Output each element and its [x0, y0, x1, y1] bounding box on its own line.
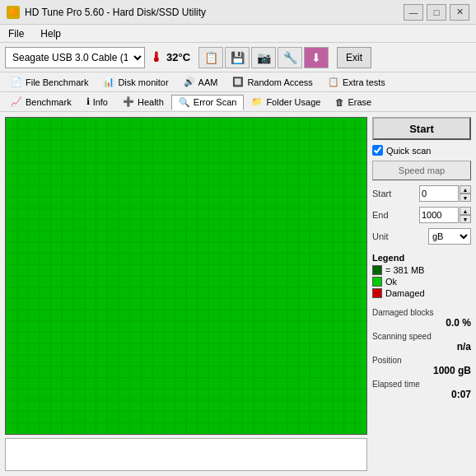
unit-row: Unit gB MB sector: [372, 228, 471, 245]
end-spin-down[interactable]: ▼: [460, 215, 471, 223]
start-param-row: Start ▲ ▼: [372, 185, 471, 202]
speed-map-button[interactable]: Speed map: [372, 161, 471, 180]
tab-row-2: 📈 Benchmark ℹ Info ➕ Health 🔍 Error Scan…: [0, 92, 476, 112]
position-value: 1000 gB: [372, 365, 471, 376]
error-scan-icon: 🔍: [179, 97, 190, 108]
folder-usage-icon: 📁: [251, 96, 263, 107]
toolbar-icon-4[interactable]: 🔧: [278, 47, 302, 68]
unit-label: Unit: [372, 231, 389, 241]
close-button[interactable]: ✕: [450, 4, 469, 21]
tab-benchmark[interactable]: 📈 Benchmark: [3, 94, 79, 110]
tab-disk-monitor[interactable]: 📊 Disk monitor: [96, 74, 175, 90]
app-icon: 🔶: [7, 6, 20, 19]
tab-info[interactable]: ℹ Info: [79, 94, 115, 110]
toolbar: Seagate USB 3.0 Cable (1000 gB) 🌡 32°C 📋…: [0, 43, 476, 72]
quick-scan-row: Quick scan: [372, 145, 471, 156]
damaged-blocks-label: Damaged blocks: [372, 308, 471, 317]
unit-selector[interactable]: gB MB sector: [428, 228, 471, 245]
quick-scan-checkbox[interactable]: [372, 145, 383, 156]
random-access-icon: 🔲: [232, 77, 244, 87]
menu-file[interactable]: File: [5, 26, 27, 41]
end-param-label: End: [372, 210, 389, 220]
elapsed-value: 0:07: [372, 389, 471, 400]
start-spin-down[interactable]: ▼: [460, 194, 471, 202]
legend-label-damaged: Damaged: [385, 288, 425, 298]
legend-label-size: = 381 MB: [385, 265, 424, 275]
legend-title: Legend: [372, 253, 471, 263]
start-spin-up[interactable]: ▲: [460, 185, 471, 194]
scanning-speed-label: Scanning speed: [372, 332, 471, 341]
main-content: (function() { var svg = document.current…: [0, 112, 476, 476]
toolbar-icon-2[interactable]: 💾: [225, 47, 250, 68]
toolbar-icon-3[interactable]: 📷: [251, 47, 276, 68]
maximize-button[interactable]: □: [427, 4, 446, 21]
toolbar-icon-5[interactable]: ⬇: [304, 47, 329, 68]
title-bar: 🔶 HD Tune Pro 5.60 - Hard Disk/SSD Utili…: [0, 0, 476, 25]
start-button[interactable]: Start: [372, 117, 471, 140]
elapsed-label: Elapsed time: [372, 380, 471, 389]
drive-selector[interactable]: Seagate USB 3.0 Cable (1000 gB): [5, 47, 145, 68]
end-spin-up[interactable]: ▲: [460, 207, 471, 215]
disk-monitor-icon: 📊: [103, 77, 114, 87]
legend-label-ok: Ok: [385, 277, 397, 287]
info-icon: ℹ: [86, 96, 90, 107]
temperature-display: 🌡 32°C: [150, 50, 190, 65]
benchmark-icon: 📈: [11, 96, 22, 107]
health-icon: ➕: [123, 96, 134, 107]
stats-section: Damaged blocks 0.0 % Scanning speed n/a …: [372, 308, 471, 404]
start-value-input[interactable]: [419, 185, 459, 202]
damaged-blocks-value: 0.0 %: [372, 317, 471, 329]
temperature-value: 32°C: [166, 51, 190, 63]
menu-help[interactable]: Help: [37, 26, 64, 41]
tab-erase[interactable]: 🗑 Erase: [328, 95, 379, 110]
end-param-row: End ▲ ▼: [372, 207, 471, 223]
file-benchmark-icon: 📄: [11, 77, 22, 87]
legend-box-size: [372, 265, 382, 275]
end-value-input[interactable]: [419, 207, 459, 223]
legend-item-size: = 381 MB: [372, 265, 471, 275]
tab-row-1: 📄 File Benchmark 📊 Disk monitor 🔊 AAM 🔲 …: [0, 72, 476, 92]
erase-icon: 🗑: [335, 97, 344, 107]
tab-file-benchmark[interactable]: 📄 File Benchmark: [3, 74, 96, 90]
grid-svg: (function() { var svg = document.current…: [6, 118, 366, 434]
legend-item-ok: Ok: [372, 277, 471, 287]
legend-box-ok: [372, 277, 382, 287]
position-label: Position: [372, 356, 471, 365]
legend-section: Legend = 381 MB Ok Damaged: [372, 253, 471, 300]
tab-folder-usage[interactable]: 📁 Folder Usage: [244, 94, 328, 110]
tab-extra-tests[interactable]: 📋 Extra tests: [320, 74, 393, 90]
legend-item-damaged: Damaged: [372, 288, 471, 298]
quick-scan-label[interactable]: Quick scan: [386, 146, 431, 156]
tab-aam[interactable]: 🔊 AAM: [176, 74, 226, 90]
scanning-speed-value: n/a: [372, 341, 471, 352]
error-scan-grid: (function() { var svg = document.current…: [5, 117, 367, 435]
menu-bar: File Help: [0, 25, 476, 43]
start-param-label: Start: [372, 189, 391, 198]
tab-random-access[interactable]: 🔲 Random Access: [225, 74, 320, 90]
extra-tests-icon: 📋: [328, 77, 339, 87]
right-panel: Start Quick scan Speed map Start ▲ ▼ End…: [372, 117, 471, 471]
toolbar-icon-1[interactable]: 📋: [198, 47, 223, 68]
aam-icon: 🔊: [184, 77, 195, 87]
legend-box-damaged: [372, 288, 382, 298]
exit-button[interactable]: Exit: [337, 47, 371, 68]
thermometer-icon: 🌡: [150, 50, 163, 65]
chart-area: (function() { var svg = document.current…: [5, 117, 367, 471]
status-bar: [5, 438, 367, 471]
window-title: HD Tune Pro 5.60 - Hard Disk/SSD Utility: [25, 7, 206, 18]
tab-health[interactable]: ➕ Health: [115, 94, 171, 110]
tab-error-scan[interactable]: 🔍 Error Scan: [171, 95, 245, 110]
minimize-button[interactable]: —: [404, 4, 423, 21]
